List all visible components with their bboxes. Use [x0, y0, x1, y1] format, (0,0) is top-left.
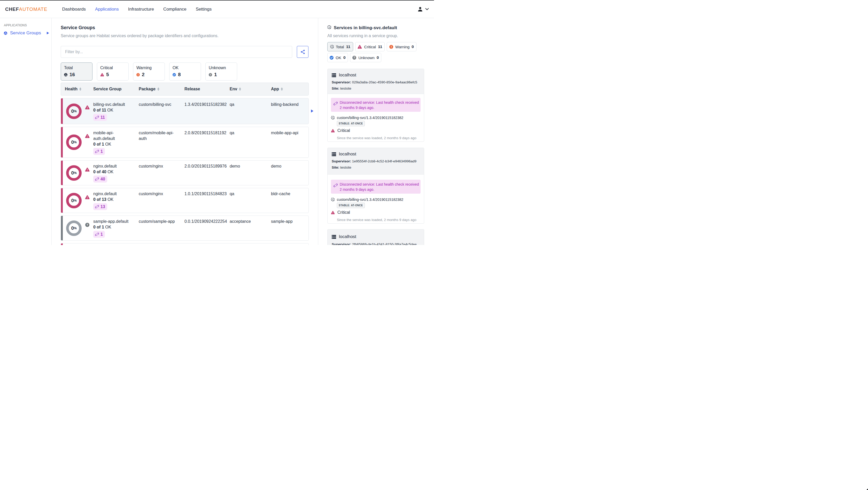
svg-text:?: ?	[354, 56, 355, 59]
svg-text:?: ?	[210, 73, 211, 76]
svg-text:?: ?	[87, 223, 88, 226]
